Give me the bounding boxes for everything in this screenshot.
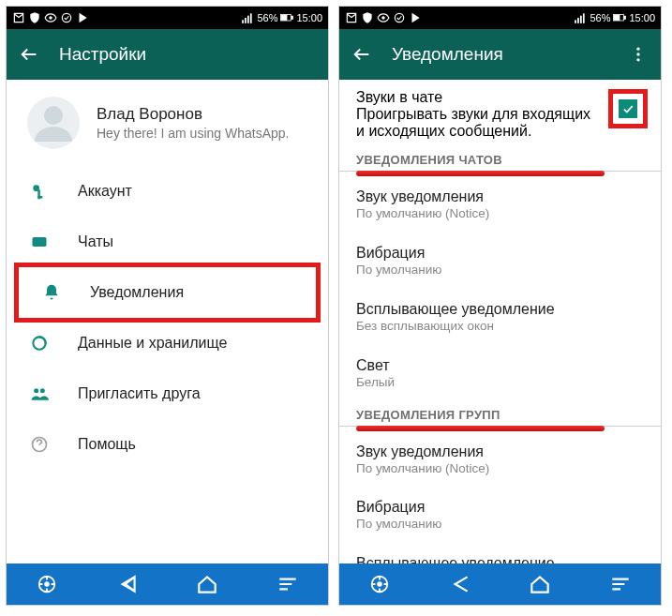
nav-recent[interactable] (269, 565, 306, 603)
phone-right: 56% 15:00 Уведомления Звуки в чате Проиг… (338, 6, 662, 606)
svg-rect-22 (575, 20, 577, 23)
highlight-underline (356, 171, 605, 176)
setting-subtitle: Проигрывать звуки для входящих и исходящ… (356, 106, 601, 140)
chat-icon (29, 232, 50, 252)
setting-subtitle: По умолчанию (356, 517, 644, 533)
nav-back[interactable] (109, 565, 146, 603)
setting-popup[interactable]: Всплывающее уведомление Без всплывающих … (339, 290, 661, 346)
section-chats-header: УВЕДОМЛЕНИЯ ЧАТОВ (339, 147, 661, 171)
svg-point-20 (381, 16, 385, 20)
play-icon (76, 11, 89, 24)
profile-row[interactable]: Влад Воронов Hey there! I am using Whats… (7, 80, 328, 166)
sync-icon (393, 11, 406, 24)
setting-sound[interactable]: Звук уведомления По умолчанию (Notice) (339, 177, 661, 233)
key-icon (29, 181, 50, 202)
back-button[interactable] (351, 43, 373, 66)
more-button[interactable] (627, 43, 650, 66)
setting-light[interactable]: Свет Белый (339, 346, 661, 402)
setting-title: Всплывающее уведомление (356, 555, 644, 563)
svg-rect-13 (33, 237, 47, 247)
svg-point-15 (34, 388, 38, 393)
svg-rect-28 (624, 16, 626, 19)
nav-home[interactable] (521, 565, 559, 603)
status-bar: 56% 15:00 (339, 7, 661, 29)
checkbox-chat-sounds[interactable] (619, 99, 637, 118)
svg-point-0 (49, 16, 52, 20)
nav-back[interactable] (441, 565, 479, 603)
clock-text: 15:00 (296, 12, 322, 23)
back-button[interactable] (18, 43, 40, 66)
avatar (27, 97, 80, 149)
svg-point-19 (45, 582, 49, 586)
profile-status: Hey there! I am using WhatsApp. (97, 126, 289, 141)
setting-title: Звук уведомления (356, 443, 644, 460)
nav-app-icon[interactable] (28, 565, 66, 603)
setting-subtitle: Без всплывающих окон (356, 319, 644, 335)
menu-label: Аккаунт (78, 183, 132, 200)
svg-point-9 (44, 106, 63, 125)
setting-group-vibration[interactable]: Вибрация По умолчанию (339, 488, 661, 544)
setting-group-popup[interactable]: Всплывающее уведомление (339, 544, 661, 563)
setting-subtitle: По умолчанию (Notice) (356, 461, 644, 477)
battery-icon (280, 11, 293, 24)
svg-point-1 (62, 13, 70, 22)
setting-title: Вибрация (356, 499, 644, 516)
mail-icon (345, 11, 358, 24)
menu-chats[interactable]: Чаты (7, 217, 328, 267)
setting-title: Всплывающее уведомление (356, 301, 644, 318)
svg-rect-25 (583, 13, 585, 23)
eye-icon (44, 11, 57, 24)
svg-point-31 (636, 58, 639, 61)
sync-icon (60, 11, 73, 24)
nav-recent[interactable] (602, 565, 639, 603)
settings-content: Влад Воронов Hey there! I am using Whats… (7, 80, 328, 563)
app-bar: Уведомления (339, 29, 661, 80)
menu-data[interactable]: Данные и хранилище (7, 318, 328, 368)
setting-subtitle: По умолчанию (356, 263, 644, 278)
mail-icon (12, 11, 25, 24)
highlight-box (608, 89, 648, 128)
menu-invite[interactable]: Пригласить друга (7, 368, 328, 419)
svg-point-21 (395, 13, 403, 22)
setting-group-sound[interactable]: Звук уведомления По умолчанию (Notice) (339, 432, 661, 488)
setting-subtitle: Белый (356, 375, 644, 391)
eye-icon (377, 11, 390, 24)
clock-text: 15:00 (629, 12, 655, 23)
menu-label: Пригласить друга (78, 385, 201, 402)
setting-vibration[interactable]: Вибрация По умолчанию (339, 233, 661, 290)
app-bar: Настройки (7, 29, 328, 80)
setting-title: Вибрация (356, 245, 644, 262)
setting-chat-sounds[interactable]: Звуки в чате Проигрывать звуки для входя… (339, 80, 661, 147)
menu-notifications[interactable]: Уведомления (19, 267, 316, 318)
setting-title: Звук уведомления (356, 188, 644, 205)
page-title: Уведомления (392, 44, 608, 65)
menu-label: Чаты (78, 233, 113, 250)
svg-rect-4 (247, 16, 249, 23)
svg-point-29 (636, 48, 639, 51)
shield-icon (28, 11, 41, 24)
nav-home[interactable] (188, 565, 226, 603)
menu-label: Уведомления (90, 284, 184, 301)
setting-title: Звуки в чате (356, 89, 601, 106)
menu-help[interactable]: Помощь (7, 419, 328, 470)
status-bar: 56% 15:00 (7, 7, 328, 29)
menu-label: Данные и хранилище (78, 335, 227, 352)
signal-icon (241, 11, 254, 24)
svg-rect-27 (615, 15, 620, 20)
battery-text: 56% (590, 12, 610, 23)
nav-app-icon[interactable] (361, 565, 398, 603)
svg-rect-8 (291, 16, 293, 19)
svg-rect-2 (243, 20, 245, 23)
svg-rect-7 (282, 15, 288, 20)
svg-rect-12 (37, 196, 42, 199)
highlight-box: Уведомления (14, 263, 321, 323)
menu-account[interactable]: Аккаунт (7, 166, 328, 217)
menu-label: Помощь (78, 436, 136, 453)
bell-icon (41, 282, 62, 303)
notifications-content: Звуки в чате Проигрывать звуки для входя… (339, 80, 661, 563)
page-title: Настройки (59, 44, 317, 65)
signal-icon (574, 11, 587, 24)
battery-text: 56% (257, 12, 277, 23)
data-icon (29, 333, 50, 353)
svg-point-16 (40, 388, 45, 393)
